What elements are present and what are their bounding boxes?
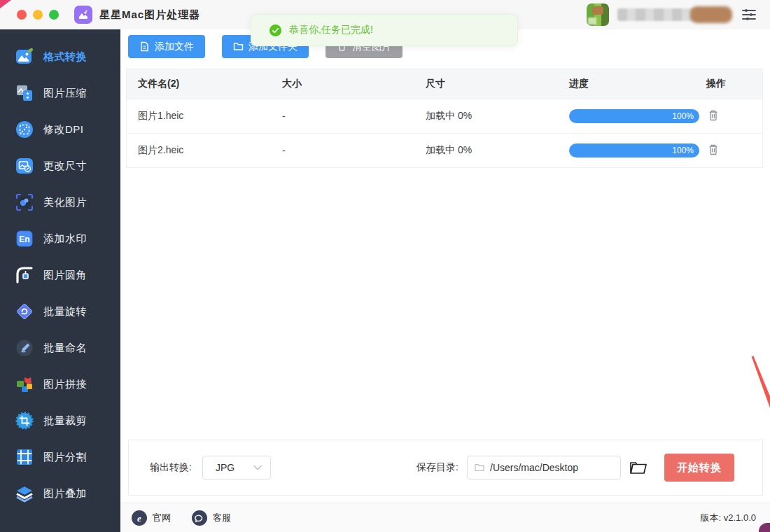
sidebar-item-label: 更改尺寸 xyxy=(43,160,87,173)
sidebar-item-rounded-corner[interactable]: 图片圆角 xyxy=(0,257,120,293)
sidebar-item-label: 图片圆角 xyxy=(43,269,87,282)
toast-message: 恭喜你,任务已完成! xyxy=(289,24,373,36)
progress-bar: 100% xyxy=(569,144,699,158)
sidebar-item-batch-rotate[interactable]: 批量旋转 xyxy=(0,293,120,330)
sidebar-item-batch-rename[interactable]: 批量命名 xyxy=(0,330,120,366)
official-site-label: 官网 xyxy=(153,512,171,524)
window-controls xyxy=(17,10,59,20)
sidebar-item-label: 图片叠加 xyxy=(43,487,87,500)
sidebar-item-resize[interactable]: 更改尺寸 xyxy=(0,148,120,184)
batch-rename-icon xyxy=(15,339,34,357)
sidebar-item-image-overlay[interactable]: 图片叠加 xyxy=(0,475,120,512)
save-path-value: /Users/mac/Desktop xyxy=(490,462,578,473)
header-action: 操作 xyxy=(706,78,762,90)
settings-sliders-icon[interactable] xyxy=(741,6,757,23)
table-row: 图片1.heic - 加载中 0% 100% xyxy=(127,99,762,133)
table-row: 图片2.heic - 加载中 0% 100% xyxy=(127,133,762,167)
version-text: 版本: v2.1.0.0 xyxy=(701,512,756,524)
sidebar-item-label: 批量裁剪 xyxy=(43,414,87,428)
support-label: 客服 xyxy=(213,512,231,524)
file-table: 文件名(2) 大小 尺寸 进度 操作 图片1.heic - 加载中 0% 100… xyxy=(126,69,763,168)
add-file-label: 添加文件 xyxy=(155,41,194,53)
svg-text:e: e xyxy=(137,513,141,524)
zoom-window-button[interactable] xyxy=(49,10,59,20)
save-path-input[interactable]: /Users/mac/Desktop xyxy=(467,456,621,479)
header-progress: 进度 xyxy=(569,78,706,90)
sidebar-item-label: 批量命名 xyxy=(43,342,87,355)
resize-icon xyxy=(15,157,34,175)
header-size: 大小 xyxy=(282,78,426,90)
folder-icon xyxy=(475,463,484,472)
sidebar-item-label: 批量旋转 xyxy=(43,305,87,318)
minimize-window-button[interactable] xyxy=(33,10,43,20)
sidebar-item-label: 修改DPI xyxy=(43,123,84,136)
header-filename: 文件名(2) xyxy=(127,78,282,90)
progress-text: 100% xyxy=(672,146,694,155)
sidebar-item-label: 图片拼接 xyxy=(43,378,87,391)
modify-dpi-icon xyxy=(15,120,34,139)
output-format-select[interactable]: JPG xyxy=(202,456,271,479)
progress-bar: 100% xyxy=(569,109,699,123)
main-content: 恭喜你,任务已完成! 添加文件 添加文件夹 清空图片 文件名(2) 大小 尺寸 … xyxy=(120,29,770,532)
file-dimension: 加载中 0% xyxy=(426,110,569,122)
success-toast: 恭喜你,任务已完成! xyxy=(251,14,518,46)
sidebar-item-beautify[interactable]: 美化图片 xyxy=(0,184,120,220)
delete-row-button[interactable] xyxy=(706,108,720,125)
sidebar-item-image-stitch[interactable]: 图片拼接 xyxy=(0,366,120,402)
folder-open-icon xyxy=(629,460,648,475)
output-format-label: 输出转换: xyxy=(150,461,192,474)
sidebar-item-label: 美化图片 xyxy=(43,196,87,209)
batch-rotate-icon xyxy=(15,302,34,321)
browse-folder-button[interactable] xyxy=(629,460,648,475)
output-format-value: JPG xyxy=(216,462,234,473)
output-settings-bar: 输出转换: JPG 保存目录: /Users/mac/Desktop 开始转换 xyxy=(128,440,763,496)
sidebar-item-label: 图片压缩 xyxy=(43,87,87,100)
batch-crop-icon xyxy=(15,412,34,430)
app-title: 星星Mac图片处理器 xyxy=(99,8,200,22)
file-name: 图片2.heic xyxy=(127,144,282,157)
support-link[interactable]: 客服 xyxy=(192,510,231,526)
trash-icon xyxy=(708,144,719,155)
globe-icon: e xyxy=(132,510,147,526)
header-dimension: 尺寸 xyxy=(426,78,569,90)
folder-icon xyxy=(233,41,244,52)
delete-row-button[interactable] xyxy=(706,142,720,159)
trash-icon xyxy=(708,109,719,121)
format-convert-icon xyxy=(15,48,34,66)
file-size: - xyxy=(282,145,426,156)
save-dir-label: 保存目录: xyxy=(416,461,458,474)
start-convert-button[interactable]: 开始转换 xyxy=(664,454,734,482)
image-compress-icon xyxy=(15,84,34,102)
chat-icon xyxy=(192,510,207,526)
sidebar-item-watermark[interactable]: En 添加水印 xyxy=(0,220,120,257)
sidebar-item-image-split[interactable]: 图片分割 xyxy=(0,439,120,475)
image-overlay-icon xyxy=(15,484,34,503)
file-dimension: 加载中 0% xyxy=(426,144,569,157)
sidebar-item-label: 图片分割 xyxy=(43,451,87,464)
beautify-icon xyxy=(15,193,34,211)
footer-bar: e 官网 客服 版本: v2.1.0.0 xyxy=(120,503,770,532)
table-header: 文件名(2) 大小 尺寸 进度 操作 xyxy=(127,69,762,99)
sidebar-nav: 格式转换 图片压缩 修改DPI 更改尺寸 美化图片 En 添加水印 xyxy=(0,29,120,532)
image-split-icon xyxy=(15,448,34,466)
file-size: - xyxy=(282,111,426,122)
progress-text: 100% xyxy=(672,111,694,121)
app-logo-icon xyxy=(74,6,92,24)
sidebar-item-image-compress[interactable]: 图片压缩 xyxy=(0,75,120,111)
file-name: 图片1.heic xyxy=(127,110,282,122)
sidebar-item-modify-dpi[interactable]: 修改DPI xyxy=(0,111,120,148)
official-site-link[interactable]: e 官网 xyxy=(132,510,171,526)
file-icon xyxy=(139,41,150,52)
sidebar-item-label: 添加水印 xyxy=(43,232,87,246)
close-window-button[interactable] xyxy=(17,10,27,20)
sidebar-item-batch-crop[interactable]: 批量裁剪 xyxy=(0,402,120,439)
add-file-button[interactable]: 添加文件 xyxy=(128,35,205,58)
user-badge-redacted xyxy=(690,6,732,23)
user-avatar[interactable] xyxy=(587,4,609,26)
sidebar-item-label: 格式转换 xyxy=(43,50,87,64)
watermark-icon: En xyxy=(15,230,34,248)
chevron-down-icon xyxy=(253,465,262,470)
success-check-icon xyxy=(270,24,281,36)
image-stitch-icon xyxy=(15,375,34,393)
sidebar-item-format-convert[interactable]: 格式转换 xyxy=(0,38,120,75)
